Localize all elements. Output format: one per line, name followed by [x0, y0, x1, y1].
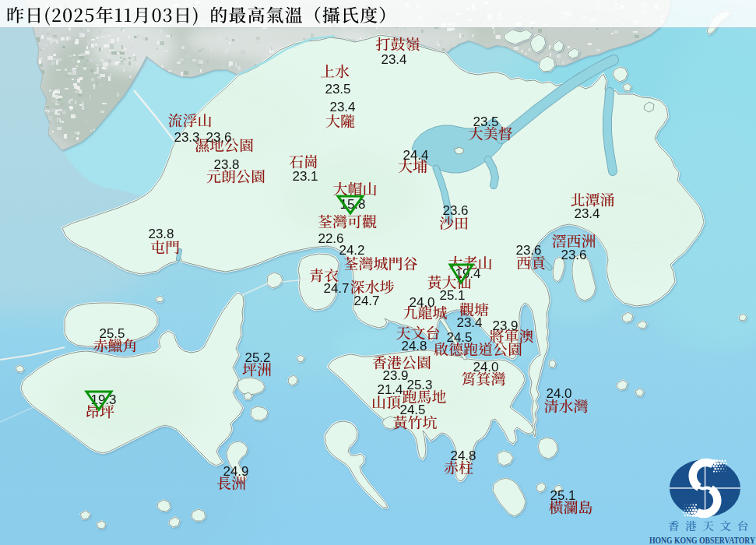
- svg-text:24.4: 24.4: [403, 148, 428, 163]
- svg-text:23.8: 23.8: [148, 227, 174, 241]
- svg-text:23.9: 23.9: [382, 368, 408, 383]
- svg-text:23.6: 23.6: [561, 248, 586, 262]
- svg-text:24.9: 24.9: [223, 464, 248, 479]
- svg-text:24.0: 24.0: [473, 360, 498, 374]
- svg-text:24.8: 24.8: [450, 448, 476, 463]
- svg-text:24.7: 24.7: [323, 281, 349, 296]
- svg-text:23.5: 23.5: [473, 114, 498, 129]
- svg-text:23.1: 23.1: [292, 169, 318, 184]
- svg-text:23.4: 23.4: [574, 206, 600, 221]
- svg-text:24.5: 24.5: [446, 330, 472, 345]
- svg-text:24.7: 24.7: [353, 294, 379, 308]
- svg-text:24.5: 24.5: [399, 403, 425, 417]
- svg-text:25.2: 25.2: [244, 350, 270, 365]
- svg-text:23.6: 23.6: [442, 203, 468, 218]
- svg-text:21.4: 21.4: [377, 382, 403, 397]
- svg-text:23.4: 23.4: [329, 100, 355, 114]
- svg-text:25.5: 25.5: [99, 326, 125, 341]
- svg-text:23.9: 23.9: [492, 318, 518, 333]
- svg-text:24.0: 24.0: [546, 386, 571, 401]
- svg-text:25.3: 25.3: [406, 378, 432, 392]
- svg-text:23.4: 23.4: [456, 315, 482, 330]
- svg-text:HONG KONG OBSERVATORY: HONG KONG OBSERVATORY: [649, 534, 755, 545]
- svg-text:23.8: 23.8: [213, 157, 239, 172]
- svg-text:23.4: 23.4: [381, 52, 406, 67]
- svg-text:24.0: 24.0: [409, 295, 434, 310]
- svg-text:24.2: 24.2: [339, 243, 364, 258]
- svg-text:24.8: 24.8: [401, 339, 427, 353]
- svg-text:25.1: 25.1: [550, 488, 575, 503]
- svg-text:25.1: 25.1: [439, 288, 465, 303]
- svg-text:23.6: 23.6: [515, 243, 541, 258]
- svg-text:23.5: 23.5: [325, 82, 350, 97]
- svg-text:23.6: 23.6: [206, 130, 231, 145]
